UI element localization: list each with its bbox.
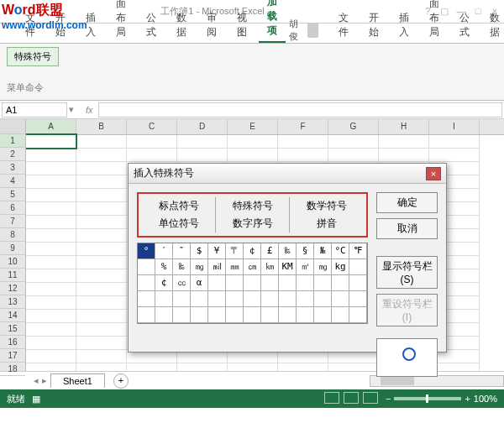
char-cell[interactable] [349,307,367,323]
category-tab[interactable]: 拼音 [290,215,363,232]
char-cell[interactable]: ¢ [155,275,173,291]
char-cell[interactable] [138,307,155,323]
row-header[interactable]: 10 [0,255,25,269]
char-cell[interactable]: ㎡ [297,259,314,275]
char-cell[interactable] [208,307,226,323]
ribbon-tab-4[interactable]: 公式 [451,8,478,43]
row-header[interactable]: 13 [0,295,25,309]
char-cell[interactable]: ㎝ [244,259,261,275]
char-cell[interactable] [155,291,173,307]
char-cell[interactable]: ‰ [173,259,191,275]
char-cell[interactable]: § [297,243,314,259]
cancel-button[interactable]: 取消 [376,218,438,239]
sheet-tab[interactable]: Sheet1 [50,373,105,388]
zoom-in-icon[interactable]: + [465,394,470,404]
row-header[interactable]: 8 [0,228,25,242]
dialog-close-button[interactable]: × [426,167,441,180]
char-cell[interactable]: % [155,259,173,275]
col-header[interactable]: G [328,119,379,134]
char-cell[interactable]: ㎎ [314,259,332,275]
view-pagelayout-icon[interactable] [344,392,359,404]
char-cell[interactable] [279,307,297,323]
ribbon-tab-3[interactable]: 页面布局 [421,0,448,43]
col-header[interactable]: B [76,119,127,134]
char-cell[interactable] [279,291,297,307]
row-header[interactable]: 15 [0,322,25,336]
ribbon-tab[interactable]: 数据 [168,8,195,43]
char-cell[interactable]: ° [138,243,155,259]
ribbon-tab-5[interactable]: 数据 [481,8,504,43]
zoom-slider[interactable] [394,397,461,400]
char-cell[interactable] [314,307,332,323]
char-cell[interactable] [226,275,244,291]
row-header[interactable]: 3 [0,161,25,175]
row-header[interactable]: 6 [0,201,25,215]
char-cell[interactable] [332,307,349,323]
row-header[interactable]: 5 [0,188,25,201]
row-header[interactable]: 1 [0,134,25,148]
char-cell[interactable]: £ [261,243,279,259]
formula-input[interactable] [98,102,502,118]
row-header[interactable]: 12 [0,282,25,295]
col-header[interactable]: A [26,119,76,134]
char-cell[interactable] [173,291,191,307]
row-header[interactable]: 14 [0,309,25,322]
char-cell[interactable]: ￠ [244,243,261,259]
row-header[interactable]: 18 [0,363,25,376]
char-cell[interactable] [191,291,208,307]
row-header[interactable]: 11 [0,269,25,282]
char-cell[interactable]: α [191,275,208,291]
char-cell[interactable]: ㎜ [226,259,244,275]
character-grid[interactable]: °′″$¥〒￠£‰§№°C℉%‰㎎㏕㎜㎝㎞KM㎡㎎kg¢㏄α [137,243,368,324]
char-cell[interactable] [208,291,226,307]
category-tab[interactable]: 标点符号 [142,197,216,215]
avatar[interactable] [307,23,318,38]
char-cell[interactable]: ㎎ [191,259,208,275]
zoom-out-icon[interactable]: − [386,394,391,404]
col-header[interactable]: I [429,119,480,134]
ribbon-tab[interactable]: 加载项 [259,0,286,43]
col-header[interactable]: C [127,119,177,134]
ok-button[interactable]: 确定 [376,192,438,213]
char-cell[interactable] [155,307,173,323]
char-cell[interactable]: ℉ [349,243,367,259]
char-cell[interactable] [297,291,314,307]
char-cell[interactable] [314,275,332,291]
char-cell[interactable]: ′ [155,243,173,259]
char-cell[interactable] [349,275,367,291]
char-cell[interactable] [332,291,349,307]
view-normal-icon[interactable] [324,392,339,404]
zoom-value[interactable]: 100% [474,394,497,404]
row-header[interactable]: 9 [0,242,25,255]
show-symbolbar-button[interactable]: 显示符号栏(S) [376,256,438,289]
char-cell[interactable] [332,275,349,291]
char-cell[interactable] [261,291,279,307]
sheet-nav-next-icon[interactable]: ▸ [42,375,47,386]
char-cell[interactable] [244,275,261,291]
char-cell[interactable] [138,275,155,291]
row-header[interactable]: 17 [0,349,25,363]
col-header[interactable]: D [177,119,228,134]
select-all-corner[interactable] [0,119,25,134]
view-pagebreak-icon[interactable] [363,392,378,404]
row-header[interactable]: 4 [0,175,25,188]
row-header[interactable]: 16 [0,336,25,349]
row-header[interactable]: 2 [0,148,25,161]
ribbon-tab[interactable]: 公式 [138,8,165,43]
ribbon-tab-2[interactable]: 插入 [391,8,417,43]
char-cell[interactable] [191,307,208,323]
name-box[interactable] [2,102,67,118]
char-cell[interactable]: ‰ [279,243,297,259]
ribbon-tab[interactable]: 视图 [228,8,255,43]
macro-icon[interactable]: ▦ [32,394,40,405]
category-tab[interactable]: 单位符号 [142,215,216,232]
char-cell[interactable] [138,291,155,307]
ribbon-tab-1[interactable]: 开始 [360,8,387,43]
char-cell[interactable] [173,307,191,323]
char-cell[interactable]: № [314,243,332,259]
char-cell[interactable]: ¥ [208,243,226,259]
category-tab[interactable]: 特殊符号 [216,197,290,215]
char-cell[interactable]: KM [279,259,297,275]
add-sheet-button[interactable]: + [113,373,129,389]
char-cell[interactable] [226,291,244,307]
